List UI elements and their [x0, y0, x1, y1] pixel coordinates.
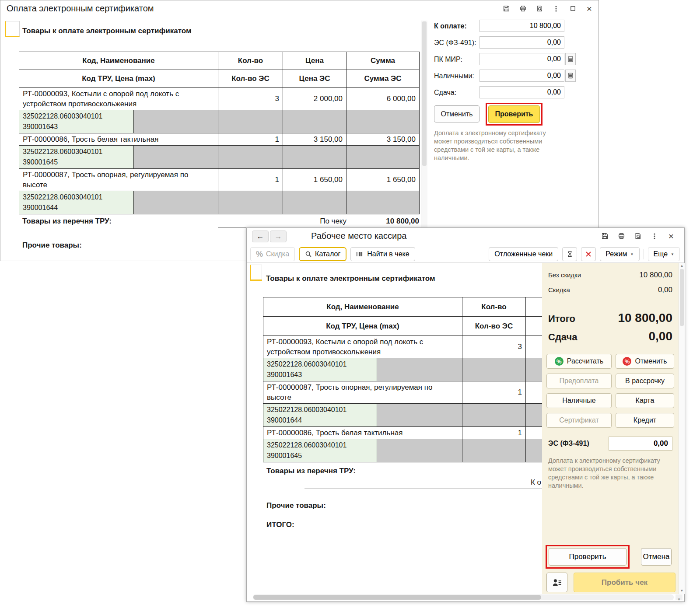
table-row[interactable]: РТ-00000087, Трость опорная, регулируема… [19, 169, 420, 191]
col-header-qty-es[interactable]: Кол-во ЭС [462, 317, 526, 336]
save-icon[interactable] [598, 230, 612, 242]
close-icon[interactable]: × [664, 230, 678, 242]
cell-qty[interactable]: 3 [218, 88, 283, 110]
cell-item-name[interactable]: РТ-00000086, Трость белая тактильная [19, 133, 218, 146]
discount-button[interactable]: % Скидка [250, 247, 295, 261]
table-row-tru[interactable]: 325022128.06003040101 390001643 [263, 358, 542, 381]
kebab-menu-icon[interactable] [648, 230, 662, 242]
table-row[interactable]: РТ-00000086, Трость белая тактильная 1 3… [19, 133, 420, 146]
win1-vscroll-thumb[interactable] [422, 21, 427, 166]
kebab-menu-icon[interactable] [549, 3, 563, 14]
cell-tru-code[interactable]: 325022128.06003040101 390001643 [263, 358, 377, 381]
verify-button[interactable]: Проверить [549, 548, 626, 566]
table-row-tru[interactable]: 325022128.06003040101 390001645 [263, 439, 542, 462]
cell-empty[interactable] [346, 146, 420, 169]
cell-tru-code[interactable]: 325022128.06003040101 390001645 [19, 146, 134, 169]
cell-empty[interactable] [283, 110, 346, 133]
cell-empty[interactable] [218, 191, 283, 214]
cancel-button[interactable]: Отменить [434, 105, 480, 122]
cell-tru-price-empty[interactable] [377, 439, 462, 462]
mir-calculator-icon[interactable] [565, 53, 576, 65]
col-header-tru[interactable]: Код ТРУ, Цена (max) [19, 70, 218, 88]
preview-icon[interactable] [631, 230, 645, 242]
print-icon[interactable] [614, 230, 628, 242]
scroll-up-icon[interactable]: ▲ [679, 264, 685, 268]
cash-input[interactable] [480, 70, 564, 82]
cash-calculator-icon[interactable] [565, 70, 576, 82]
cell-tru-price-empty[interactable] [134, 191, 218, 214]
win2-horizontal-scrollbar[interactable] [253, 594, 674, 600]
col-header-name[interactable]: Код, Наименование [263, 297, 462, 317]
credit-button[interactable]: Кредит [616, 413, 674, 428]
es-input[interactable] [480, 36, 564, 49]
scroll-corner-icon[interactable]: ▼ [676, 594, 682, 600]
close-icon[interactable]: × [582, 3, 596, 14]
win2-vertical-scrollbar[interactable]: ▲ ▼ [679, 263, 685, 594]
cell-empty[interactable] [462, 439, 526, 462]
cell-qty[interactable]: 1 [462, 427, 526, 439]
cell-tru-code[interactable]: 325022128.06003040101 390001645 [263, 439, 377, 462]
cell-qty[interactable]: 3 [462, 336, 526, 358]
cell-empty[interactable] [346, 191, 420, 214]
cell-qty[interactable]: 1 [218, 133, 283, 146]
table-row[interactable]: РТ-00000093, Костыли с опорой под локоть… [19, 88, 420, 110]
col-header-cut[interactable] [526, 317, 542, 336]
cell-empty[interactable] [283, 146, 346, 169]
table-row-tru[interactable]: 325022128.06003040101 390001644 [263, 404, 542, 427]
mir-input[interactable] [480, 53, 564, 65]
cancel-button[interactable]: Отмена [641, 548, 672, 566]
cell-tru-price-empty[interactable] [377, 358, 462, 381]
cell-qty[interactable]: 1 [462, 381, 526, 404]
cell-item-name[interactable]: РТ-00000087, Трость опорная, регулируема… [263, 381, 462, 404]
cell-tru-price-empty[interactable] [134, 146, 218, 169]
cell-empty[interactable] [462, 358, 526, 381]
customer-icon[interactable] [546, 573, 567, 592]
scroll-down-icon[interactable]: ▼ [679, 589, 685, 593]
cell-price[interactable]: 3 150,00 [283, 133, 346, 146]
cell-price[interactable]: 2 000,00 [283, 88, 346, 110]
deferred-receipts-button[interactable]: Отложенные чеки [489, 247, 558, 261]
win1-vertical-scrollbar[interactable] [421, 21, 427, 234]
cancel-discount-button[interactable]: % Отменить [616, 354, 674, 369]
cell-tru-code[interactable]: 325022128.06003040101 390001644 [263, 404, 377, 427]
cell-empty[interactable] [526, 404, 542, 427]
cell-cut[interactable] [526, 427, 542, 439]
table-row-tru[interactable]: 325022128.06003040101 390001643 [19, 110, 420, 133]
cell-item-name[interactable]: РТ-00000087, Трость опорная, регулируема… [19, 169, 218, 191]
more-dropdown[interactable]: Еще ▼ [648, 247, 680, 261]
delete-x-icon[interactable] [581, 247, 596, 261]
col-header-qty-es[interactable]: Кол-во ЭС [218, 70, 283, 88]
cell-empty[interactable] [283, 191, 346, 214]
to-pay-input[interactable] [480, 20, 564, 32]
col-header-sum-es[interactable]: Сумма ЭС [346, 70, 420, 88]
cell-empty[interactable] [526, 439, 542, 462]
cell-empty[interactable] [218, 146, 283, 169]
col-header-qty[interactable]: Кол-во [462, 297, 526, 317]
certificate-button[interactable]: Сертификат [546, 413, 612, 428]
col-header-qty[interactable]: Кол-во [218, 52, 283, 70]
change-input[interactable] [480, 86, 564, 98]
punch-receipt-button[interactable]: Пробить чек [574, 573, 676, 592]
forward-arrow-icon[interactable]: → [270, 231, 287, 242]
installment-button[interactable]: В рассрочку [616, 374, 674, 388]
table-row-tru[interactable]: 325022128.06003040101 390001645 [19, 146, 420, 169]
table-row[interactable]: РТ-00000087, Трость опорная, регулируема… [263, 381, 542, 404]
cell-sum[interactable]: 6 000,00 [346, 88, 420, 110]
cell-empty[interactable] [218, 110, 283, 133]
col-header-price-es[interactable]: Цена ЭС [283, 70, 346, 88]
table-row[interactable]: РТ-00000093, Костыли с опорой под локоть… [263, 336, 542, 358]
win2-hscroll-thumb[interactable] [253, 595, 541, 600]
cell-empty[interactable] [346, 110, 420, 133]
cell-cut[interactable] [526, 381, 542, 404]
preview-icon[interactable] [532, 3, 546, 14]
form-group-marker[interactable] [250, 265, 262, 281]
back-arrow-icon[interactable]: ← [252, 231, 269, 242]
col-header-tru[interactable]: Код ТРУ, Цена (max) [263, 317, 462, 336]
cell-empty[interactable] [462, 404, 526, 427]
cell-item-name[interactable]: РТ-00000086, Трость белая тактильная [263, 427, 462, 439]
cell-tru-code[interactable]: 325022128.06003040101 390001643 [19, 110, 134, 133]
col-header-price[interactable]: Цена [283, 52, 346, 70]
win2-vscroll-thumb[interactable] [680, 269, 684, 326]
maximize-icon[interactable] [566, 3, 580, 14]
table-row-tru[interactable]: 325022128.06003040101 390001644 [19, 191, 420, 214]
